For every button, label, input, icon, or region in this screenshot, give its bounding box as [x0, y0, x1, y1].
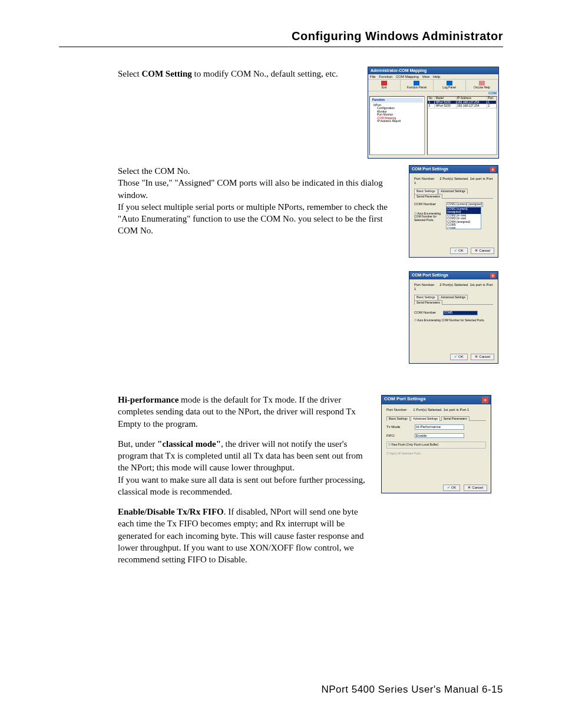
fig-com-settings-basic: COM Port Settings × Port Number: 2 Port(…: [409, 271, 498, 364]
list-item[interactable]: COM6: [447, 227, 481, 229]
comnum-combo[interactable]: COM5: [443, 311, 478, 315]
portnum-label: Port Number:: [414, 283, 435, 286]
tab-basic[interactable]: Basic Settings: [414, 295, 438, 300]
tabstrip: Basic Settings Advanced Settings Serial …: [414, 294, 493, 305]
text-bold: Enable/Disable Tx/Rx FIFO: [118, 507, 224, 516]
window-title: Administrator-COM Mapping: [371, 68, 427, 73]
mapping-grid[interactable]: No Model IP Address Port 1NPort 5230192.…: [427, 96, 497, 155]
portnum-label: Port Number:: [414, 177, 435, 180]
tab-advanced[interactable]: Advanced Settings: [411, 416, 440, 421]
tab-basic[interactable]: Basic Settings: [414, 189, 438, 194]
menu-help[interactable]: Help: [433, 75, 440, 78]
para-4a: But, under "classical mode", the driver …: [118, 438, 371, 474]
portnum-label: Port Number:: [386, 408, 408, 411]
para-5: Enable/Disable Tx/Rx FIFO. If disabled, …: [118, 506, 371, 565]
para-3: Hi-performance mode is the default for T…: [118, 394, 371, 430]
com-label: COM: [368, 91, 498, 95]
tab-serial[interactable]: Serial Parameters: [414, 300, 442, 305]
window-title: COM Port Settings: [412, 167, 448, 172]
menu-function[interactable]: Function: [379, 75, 392, 78]
tabstrip: Basic Settings Advanced Settings Serial …: [414, 188, 493, 199]
cancel-button[interactable]: Cancel: [471, 248, 494, 254]
ok-button[interactable]: OK: [450, 354, 468, 360]
fig-com-settings-advanced: COM Port Settings × Port Number: 1 Port(…: [381, 395, 491, 493]
fig-com-settings-dropdown: COM Port Settings × Port Number: 2 Port(…: [409, 165, 498, 258]
window-titlebar: COM Port Settings ×: [409, 166, 498, 173]
ok-button[interactable]: OK: [443, 485, 461, 491]
tree-header: Function: [371, 98, 423, 103]
close-icon[interactable]: ×: [490, 273, 495, 278]
text: But, under: [118, 439, 157, 449]
comnum-label: COM Number: [414, 202, 444, 206]
window-titlebar: Administrator-COM Mapping: [368, 67, 498, 74]
window-titlebar: COM Port Settings ×: [409, 272, 498, 279]
window-title: COM Port Settings: [384, 397, 426, 403]
tab-advanced[interactable]: Advanced Settings: [438, 189, 468, 194]
window-title: COM Port Settings: [412, 273, 448, 278]
page-header: Configuring Windows Administrator: [59, 29, 503, 47]
menu-file[interactable]: File: [370, 75, 376, 78]
window-titlebar: COM Port Settings ×: [382, 396, 491, 404]
tab-serial[interactable]: Serial Parameters: [441, 416, 470, 421]
menubar[interactable]: File Function COM Mapping View Help: [368, 74, 498, 80]
tab-basic[interactable]: Basic Settings: [386, 416, 410, 421]
table-row[interactable]: 2NPort 5230192.168.127.2542: [428, 104, 496, 108]
comnum-dropdown-list[interactable]: COM1 (current) (assigned) COM2 (in use) …: [446, 207, 481, 229]
log-icon: [447, 81, 452, 85]
text-bold: Hi-performance: [118, 395, 178, 404]
comnum-label: COM Number: [414, 311, 436, 314]
cancel-button[interactable]: Cancel: [471, 354, 494, 360]
tab-serial[interactable]: Serial Parameters: [414, 194, 442, 199]
apply-all-checkbox[interactable]: Apply All Selected Ports: [386, 452, 486, 456]
tab-advanced[interactable]: Advanced Settings: [438, 295, 468, 300]
para-4b: If you want to make sure all data is sen…: [118, 474, 371, 498]
tb-log-panel[interactable]: Log Panel: [434, 80, 466, 91]
auto-enum-checkbox[interactable]: Auto Enumerating COM Number for Selected…: [414, 319, 493, 322]
txmode-label: Tx Mode: [386, 425, 409, 429]
tb-online-help[interactable]: OnLine Help: [466, 80, 498, 91]
para-1: Select COM Setting to modify COM No., de…: [118, 68, 362, 80]
txmode-combo[interactable]: Hi-Performance: [415, 424, 464, 430]
tb-exit[interactable]: Exit: [368, 80, 401, 91]
toolbar: Exit Function Panel Log Panel OnLine Hel…: [368, 79, 498, 91]
para-2b: Those "In use," "Assigned" COM ports wil…: [118, 177, 404, 201]
ok-button[interactable]: OK: [450, 248, 468, 254]
panel-icon: [414, 81, 419, 85]
nav-tree[interactable]: Function NPort Configuration Monitor Por…: [369, 96, 425, 155]
text-bold: COM Setting: [141, 69, 191, 78]
text: to modify COM No., default setting, etc.: [192, 69, 338, 78]
exit-icon: [381, 81, 387, 85]
tree-ip-report[interactable]: IP Address Report: [371, 120, 423, 123]
para-2a: Select the COM No.: [118, 165, 404, 177]
tabstrip: Basic Settings Advanced Settings Serial …: [386, 416, 486, 421]
menu-view[interactable]: View: [422, 75, 429, 78]
menu-commapping[interactable]: COM Mapping: [396, 75, 419, 78]
fig-admin-window: Administrator-COM Mapping File Function …: [368, 67, 499, 159]
tb-function-panel[interactable]: Function Panel: [401, 80, 433, 91]
close-icon[interactable]: ×: [490, 167, 495, 172]
page-footer: NPort 5400 Series User's Manual 6-15: [322, 684, 504, 696]
auto-enum-checkbox[interactable]: Auto Enumerating COM Number for Selected…: [414, 212, 444, 222]
comnum-combo[interactable]: COM1 (current) (assigned): [446, 202, 483, 207]
fifo-label: FIFO: [386, 434, 409, 438]
fast-flush-checkbox[interactable]: Fast Flush (Only Flush Local Buffer): [388, 443, 484, 447]
help-icon: [479, 81, 485, 85]
fifo-combo[interactable]: Enable: [415, 433, 464, 439]
close-icon[interactable]: ×: [482, 397, 488, 403]
text-bold: "classical mode": [157, 439, 221, 449]
text: Select: [118, 69, 141, 78]
cancel-button[interactable]: Cancel: [464, 485, 487, 491]
portnum-value: 1 Port(s) Selected. 1st port is Port 1: [413, 408, 469, 411]
para-2c: If you select multiple serial ports or m…: [118, 201, 404, 237]
